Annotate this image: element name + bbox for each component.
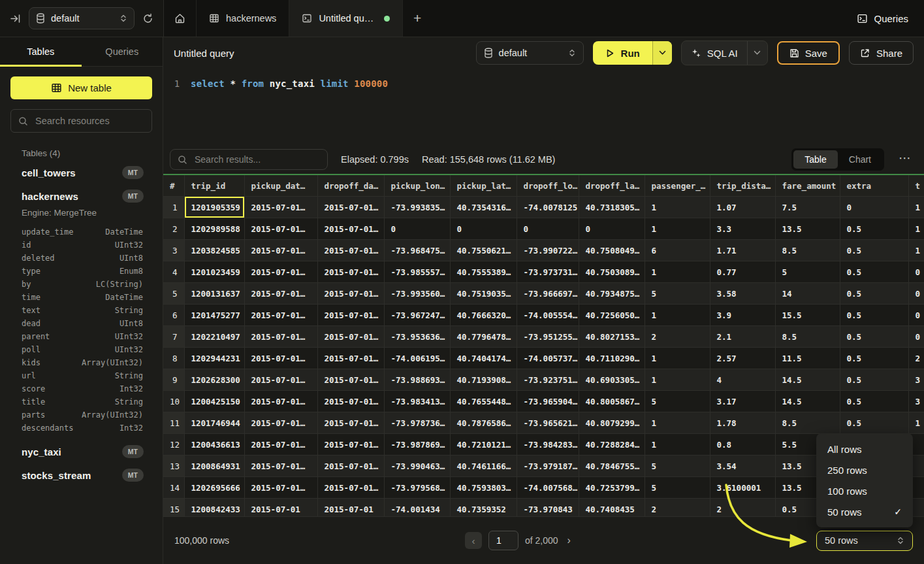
table-cell[interactable]: 8.5 [775,326,840,348]
table-cell[interactable]: 40.7408435 [579,499,645,517]
table-cell[interactable]: -74.007568… [517,477,579,499]
table-cell[interactable]: -73.993560… [384,283,450,305]
database-selector[interactable]: default [29,7,135,29]
table-cell[interactable]: 8.5 [775,240,840,261]
table-cell[interactable]: 1 [645,305,710,326]
table-cell[interactable]: 1200425150 [184,391,244,412]
table-cell[interactable]: 40.7555389… [450,261,517,283]
table-cell[interactable]: 3.58 [710,283,775,305]
table-cell[interactable]: -73.967247… [384,305,450,326]
row-number-cell[interactable]: 6 [163,305,184,326]
table-cell[interactable]: 0 [908,326,924,348]
row-number-cell[interactable]: 8 [163,348,184,369]
table-cell[interactable]: -73.993835… [384,197,450,218]
table-cell[interactable]: -73.984283… [517,434,579,456]
table-cell[interactable]: 2015-07-01… [244,283,317,305]
table-cell[interactable]: 2015-07-01 [317,499,384,517]
table-cell[interactable]: 8.5 [775,412,840,434]
table-cell[interactable]: 1202944231 [184,348,244,369]
row-number-cell[interactable]: 3 [163,240,184,261]
table-cell[interactable]: 40.7110290… [579,348,645,369]
table-cell[interactable]: 1200131637 [184,283,244,305]
table-cell[interactable]: 7.5 [775,197,840,218]
table-cell[interactable]: 2015-07-01… [244,197,317,218]
table-cell[interactable]: 0.5 [840,283,908,305]
table-cell[interactable]: -73.983413… [384,391,450,412]
table-cell[interactable]: 1202628300 [184,369,244,391]
table-cell[interactable]: 2015-07-01… [317,197,384,218]
row-number-header[interactable]: # [163,175,184,197]
column-header[interactable]: dropoff_la… [579,175,645,197]
row-number-cell[interactable]: 14 [163,477,184,499]
table-cell[interactable]: 14.5 [775,369,840,391]
table-cell[interactable]: 2015-07-01… [244,305,317,326]
table-cell[interactable]: 4 [710,369,775,391]
table-cell[interactable]: 40.7256050… [579,305,645,326]
table-cell[interactable]: 5 [775,261,840,283]
table-cell[interactable]: 0 [908,283,924,305]
table-cell[interactable]: 2015-07-01… [317,218,384,240]
table-cell[interactable]: 1202695666 [184,477,244,499]
table-cell[interactable]: -73.953636… [384,326,450,348]
rows-menu-item-250-rows[interactable]: 250 rows [816,459,913,480]
table-cell[interactable]: 2015-07-01… [317,283,384,305]
table-cell[interactable]: 0 [840,197,908,218]
column-header[interactable]: t [908,175,924,197]
view-toggle-chart[interactable]: Chart [838,150,882,169]
table-cell[interactable]: 0.5 [840,412,908,434]
table-cell[interactable]: 40.7508049… [579,240,645,261]
column-header[interactable]: passenger_… [645,175,710,197]
table-cell[interactable]: 1 [645,218,710,240]
row-number-cell[interactable]: 13 [163,456,184,477]
table-cell[interactable]: 1201746944 [184,412,244,434]
table-cell[interactable]: 2 [908,348,924,369]
table-cell[interactable]: 3 [908,391,924,412]
table-cell[interactable]: 2015-07-01… [244,369,317,391]
table-cell[interactable]: 1 [908,218,924,240]
table-cell[interactable]: 2015-07-01… [317,456,384,477]
table-cell[interactable]: 3.54 [710,456,775,477]
table-cell[interactable]: -73.990463… [384,456,450,477]
table-cell[interactable]: 40.7404174… [450,348,517,369]
table-cell[interactable]: -73.973731… [517,261,579,283]
table-cell[interactable]: 0.5 [840,326,908,348]
table-cell[interactable]: 40.7934875… [579,283,645,305]
column-header[interactable]: extra [840,175,908,197]
row-number-cell[interactable]: 9 [163,369,184,391]
refresh-icon[interactable] [142,13,153,24]
table-cell[interactable]: 40.7655448… [450,391,517,412]
table-cell[interactable]: -73.978736… [384,412,450,434]
table-cell[interactable]: 3 [908,369,924,391]
table-cell[interactable]: -73.990722… [517,240,579,261]
table-cell[interactable]: 1 [645,261,710,283]
table-cell[interactable]: 0.5 [840,261,908,283]
table-cell[interactable]: 1 [908,197,924,218]
row-number-cell[interactable]: 2 [163,218,184,240]
table-cell[interactable]: 2015-07-01… [244,434,317,456]
table-cell[interactable]: 5 [645,456,710,477]
sql-editor[interactable]: 1 select * from nyc_taxi limit 100000 [163,69,924,145]
collapse-sidebar-icon[interactable] [10,13,21,24]
sql-ai-button[interactable]: SQL AI [681,41,768,65]
table-cell[interactable]: 40.7253799… [579,477,645,499]
table-cell[interactable]: 2015-07-01… [317,391,384,412]
table-cell[interactable]: -73.923751… [517,369,579,391]
table-cell[interactable]: -74.005554… [517,305,579,326]
table-cell[interactable]: 40.7519035… [450,283,517,305]
tab-home[interactable] [164,0,197,37]
table-cell[interactable]: 1202989588 [184,218,244,240]
table-cell[interactable]: 0.5 [840,240,908,261]
table-cell[interactable]: -74.0078125 [517,197,579,218]
table-cell[interactable]: 2015-07-01… [244,240,317,261]
table-cell[interactable]: 2015-07-01… [244,218,317,240]
table-cell[interactable]: 0 [908,305,924,326]
table-cell[interactable]: 2015-07-01… [317,326,384,348]
table-cell[interactable]: 2.1 [710,326,775,348]
column-header[interactable]: fare_amount [775,175,840,197]
table-cell[interactable]: 1 [908,412,924,434]
table-cell[interactable]: 2015-07-01… [244,477,317,499]
table-cell[interactable]: 40.7461166… [450,456,517,477]
table-cell[interactable]: -73.965904… [517,391,579,412]
table-cell[interactable]: 0 [579,218,645,240]
table-cell[interactable]: 2015-07-01… [244,391,317,412]
